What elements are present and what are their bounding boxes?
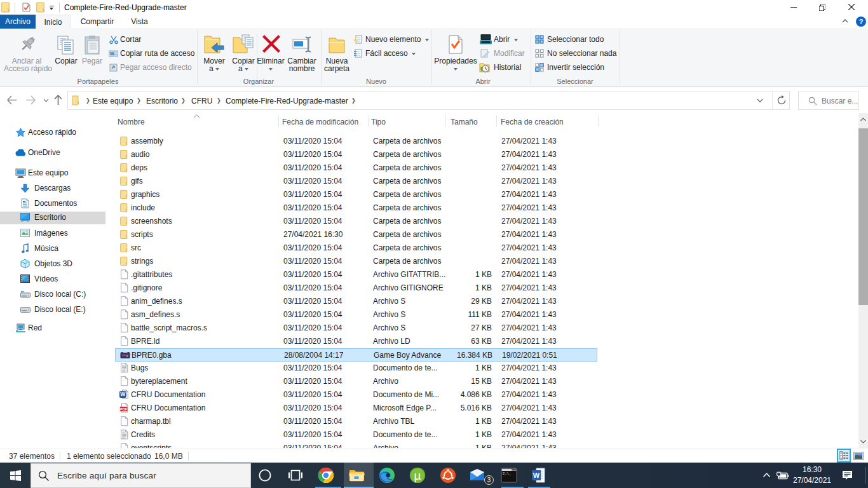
svg-text:µ: µ — [414, 469, 421, 482]
svg-text:C:\_: C:\_ — [503, 471, 512, 476]
svg-text:W: W — [533, 471, 540, 479]
svg-text:W...: W... — [110, 51, 118, 56]
